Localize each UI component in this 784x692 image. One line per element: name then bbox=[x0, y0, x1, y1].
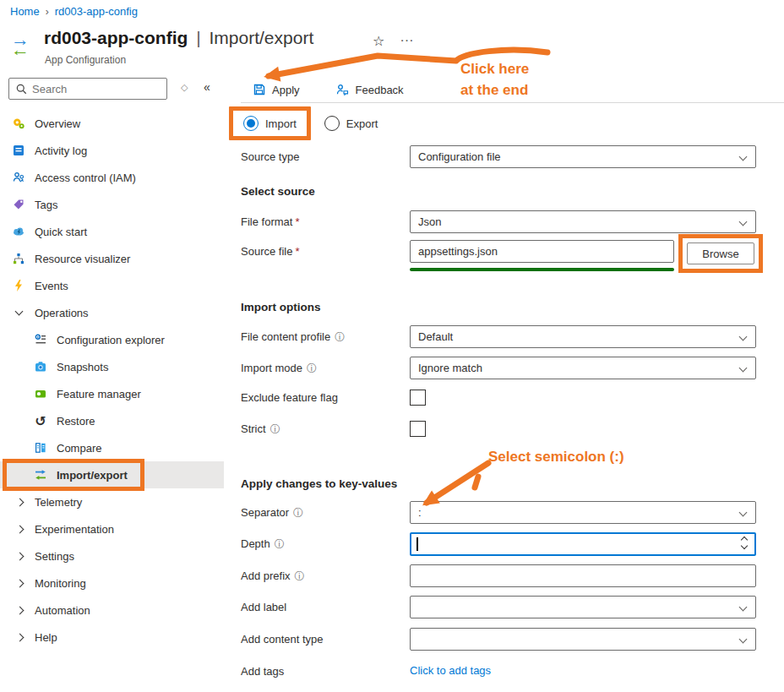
sidebar-item-label: Resource visualizer bbox=[35, 253, 130, 265]
add-label-row: Add label bbox=[241, 596, 784, 621]
title-divider: | bbox=[196, 28, 200, 47]
sidebar-item-overview[interactable]: Overview bbox=[0, 110, 224, 137]
sidebar-group-experimentation[interactable]: Experimentation bbox=[0, 515, 224, 542]
breadcrumb-current-link[interactable]: rd003-app-config bbox=[55, 5, 138, 18]
add-content-type-dropdown[interactable] bbox=[410, 628, 756, 651]
mode-selector: Import Export bbox=[229, 106, 378, 140]
sidebar-item-restore[interactable]: ↺ Restore bbox=[0, 407, 224, 434]
add-prefix-input[interactable] bbox=[410, 564, 756, 587]
sidebar-item-tags[interactable]: Tags bbox=[0, 191, 224, 218]
collapse-sidebar-icon[interactable]: « bbox=[204, 80, 210, 94]
pin-icon[interactable]: ◇ bbox=[181, 82, 188, 93]
sidebar-group-settings[interactable]: Settings bbox=[0, 542, 224, 569]
annotation-frame: Browse bbox=[678, 234, 763, 273]
sidebar-item-label: Compare bbox=[57, 442, 101, 455]
radio-unselected-icon[interactable] bbox=[324, 116, 340, 131]
sidebar-item-label: Settings bbox=[35, 550, 74, 563]
chevron-right-icon bbox=[12, 608, 25, 613]
add-label-dropdown[interactable] bbox=[410, 596, 756, 618]
strict-row: Strictⓘ bbox=[241, 421, 784, 446]
sidebar-item-label: Activity log bbox=[35, 144, 87, 157]
chevron-down-icon bbox=[739, 603, 748, 612]
import-mode-value: Ignore match bbox=[418, 362, 482, 374]
sidebar-group-telemetry[interactable]: Telemetry bbox=[0, 488, 224, 515]
source-type-label: Source type bbox=[241, 150, 299, 163]
sidebar-item-feature-manager[interactable]: Feature manager bbox=[0, 380, 224, 407]
sidebar-item-resource-visualizer[interactable]: Resource visualizer bbox=[0, 245, 224, 272]
sidebar-group-help[interactable]: Help bbox=[0, 624, 224, 651]
sidebar-item-events[interactable]: Events bbox=[0, 272, 224, 299]
chevron-down-icon bbox=[739, 635, 748, 644]
sidebar-item-label: Quick start bbox=[35, 226, 87, 238]
sidebar-item-label: Overview bbox=[35, 117, 80, 130]
sidebar-nav: Overview Activity log Access control (IA… bbox=[0, 110, 224, 651]
info-icon[interactable]: ⓘ bbox=[270, 423, 280, 435]
resource-visualizer-icon bbox=[12, 252, 25, 265]
annotation-at-the-end: at the end bbox=[460, 82, 528, 99]
sidebar-item-quick-start[interactable]: Quick start bbox=[0, 218, 224, 245]
strict-checkbox[interactable] bbox=[410, 421, 426, 437]
import-export-form: Import Export Source type Configuration … bbox=[241, 0, 784, 692]
exclude-feature-flag-checkbox[interactable] bbox=[410, 390, 426, 406]
sidebar-item-label: Access control (IAM) bbox=[35, 172, 136, 184]
depth-spinner[interactable] bbox=[742, 537, 747, 548]
sidebar-group-operations[interactable]: Operations bbox=[0, 299, 224, 326]
breadcrumb-separator-icon: › bbox=[46, 6, 49, 18]
quick-start-icon bbox=[12, 225, 25, 238]
strict-label: Strictⓘ bbox=[241, 422, 280, 437]
text-caret bbox=[416, 537, 418, 551]
import-mode-dropdown[interactable]: Ignore match bbox=[410, 357, 756, 379]
select-source-heading: Select source bbox=[241, 185, 315, 198]
sidebar-item-activity-log[interactable]: Activity log bbox=[0, 137, 224, 164]
sidebar-group-monitoring[interactable]: Monitoring bbox=[0, 569, 224, 597]
depth-label: Depthⓘ bbox=[241, 537, 285, 552]
sidebar-item-import-export[interactable]: Import/export bbox=[0, 461, 224, 488]
chevron-down-icon bbox=[739, 509, 748, 517]
source-file-input[interactable] bbox=[410, 240, 674, 263]
radio-selected-icon[interactable] bbox=[243, 116, 259, 131]
browse-button[interactable]: Browse bbox=[687, 242, 754, 264]
add-tags-label: Add tags bbox=[241, 665, 284, 678]
file-format-value: Json bbox=[418, 215, 441, 228]
add-prefix-row: Add prefixⓘ bbox=[241, 564, 784, 590]
separator-value: : bbox=[418, 506, 422, 519]
sidebar-item-label: Monitoring bbox=[35, 577, 86, 590]
export-radio[interactable]: Export bbox=[324, 116, 378, 131]
sidebar-item-compare[interactable]: Compare bbox=[0, 434, 224, 461]
breadcrumb: Home›rd003-app-config bbox=[10, 5, 138, 18]
breadcrumb-home-link[interactable]: Home bbox=[10, 5, 40, 18]
add-tags-link[interactable]: Click to add tags bbox=[410, 664, 491, 677]
file-content-profile-value: Default bbox=[418, 330, 453, 343]
sidebar-item-label: Automation bbox=[35, 604, 90, 617]
left-arrow-icon: ← bbox=[11, 39, 30, 61]
info-icon[interactable]: ⓘ bbox=[275, 538, 285, 550]
separator-dropdown[interactable]: : bbox=[410, 501, 756, 524]
sidebar-search[interactable] bbox=[8, 78, 167, 100]
sidebar-item-configuration-explorer[interactable]: Configuration explorer bbox=[0, 326, 224, 353]
info-icon[interactable]: ⓘ bbox=[335, 331, 345, 343]
source-type-value: Configuration file bbox=[418, 150, 501, 163]
source-type-dropdown[interactable]: Configuration file bbox=[410, 145, 756, 168]
depth-input[interactable] bbox=[410, 532, 756, 556]
search-input[interactable] bbox=[32, 83, 150, 95]
source-file-label: Source file* bbox=[241, 245, 299, 258]
snapshots-icon bbox=[34, 360, 47, 373]
info-icon[interactable]: ⓘ bbox=[295, 570, 305, 582]
chevron-right-icon bbox=[12, 635, 25, 640]
info-icon[interactable]: ⓘ bbox=[293, 507, 303, 519]
sidebar-item-label: Experimentation bbox=[35, 523, 114, 536]
file-content-profile-dropdown[interactable]: Default bbox=[410, 325, 756, 348]
add-label-label: Add label bbox=[241, 601, 286, 613]
info-icon[interactable]: ⓘ bbox=[307, 362, 317, 374]
chevron-down-icon bbox=[12, 311, 25, 314]
import-radio[interactable]: Import bbox=[229, 106, 311, 140]
import-mode-label: Import modeⓘ bbox=[241, 362, 317, 376]
sidebar-item-access-control[interactable]: Access control (IAM) bbox=[0, 164, 224, 191]
sidebar-group-automation[interactable]: Automation bbox=[0, 597, 224, 624]
file-format-dropdown[interactable]: Json bbox=[410, 210, 756, 233]
feature-manager-icon bbox=[34, 387, 47, 400]
required-asterisk: * bbox=[295, 245, 299, 258]
sidebar-item-label: Feature manager bbox=[57, 388, 141, 400]
sidebar-item-snapshots[interactable]: Snapshots bbox=[0, 353, 224, 380]
apply-changes-heading: Apply changes to key-values bbox=[241, 477, 397, 490]
